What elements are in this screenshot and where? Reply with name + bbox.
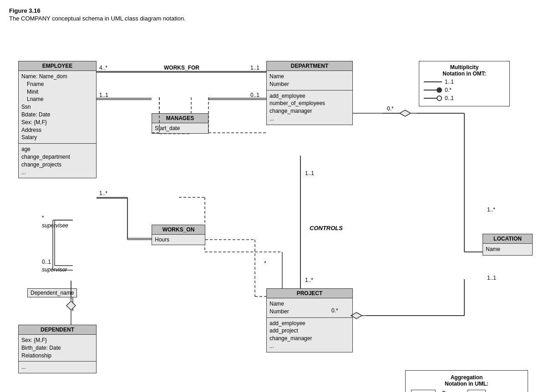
line-1-1	[424, 81, 442, 82]
employee-class-header: EMPLOYEE	[19, 61, 96, 71]
dependent-diamond	[66, 300, 75, 309]
label-supervisor: supervisor	[42, 266, 67, 273]
svg-marker-26	[66, 301, 76, 310]
method-age: age	[21, 146, 93, 153]
mult-controls-dept: 1..1	[305, 170, 314, 176]
multiplicity-notation-box: Multiplicity Notation in OMT: 1..1 0.*	[419, 61, 510, 106]
dept-method-add: add_employee	[269, 92, 350, 100]
works-for-label: WORKS_FOR	[164, 65, 199, 71]
dept-attr-name: Name	[269, 73, 350, 80]
mult-manages-dept: 0..1	[250, 92, 259, 98]
dep-method-etc: ...	[21, 363, 93, 371]
dot-filled-circle	[437, 87, 442, 93]
employee-methods: age change_department change_projects ..…	[19, 144, 96, 178]
attr-ssn: Ssn	[21, 103, 93, 111]
proj-method-add-proj: add_project	[269, 327, 350, 335]
label-0-star: 0.*	[445, 87, 452, 93]
mult-works-on-proj: *	[264, 260, 266, 266]
department-attributes: Name Number	[267, 71, 352, 90]
aggregation-title: Aggregation Notation in UML:	[411, 374, 522, 387]
dept-attr-number: Number	[269, 80, 350, 88]
line-0-star	[424, 87, 442, 93]
attr-sex: Sex: {M,F}	[21, 119, 93, 126]
figure-caption: The COMPANY conceptual schema in UML cla…	[9, 15, 540, 22]
manages-body: Start_date	[152, 123, 208, 133]
location-class: LOCATION Name	[483, 234, 533, 256]
manages-header: MANAGES	[152, 114, 208, 123]
attr-salary: Salary	[21, 134, 93, 141]
dept-method-change: change_manager	[269, 107, 350, 115]
mult-supervise-01: 0..1	[42, 259, 51, 265]
loc-attr-name: Name	[486, 246, 529, 253]
mult-manages-emp: 1..1	[99, 92, 108, 98]
project-attributes: Name Number	[267, 298, 352, 318]
mult-supervise-star: *	[42, 215, 44, 221]
employee-attributes: Name: Name_dom Fname Minit Lname Ssn Bda…	[19, 71, 96, 144]
works-on-attr-hours: Hours	[155, 236, 202, 243]
proj-attr-name: Name	[269, 300, 350, 308]
notation-row-1-1: 1..1	[424, 79, 505, 85]
figure-title: Figure 3.16	[9, 7, 540, 14]
project-class: PROJECT Name Number add_employee add_pro…	[266, 288, 353, 352]
manages-box: MANAGES Start_date	[152, 113, 208, 134]
attr-minit: Minit	[21, 88, 93, 96]
method-etc: ...	[21, 169, 93, 176]
department-class: DEPARTMENT Name Number add_employee numb…	[266, 61, 353, 125]
location-class-header: LOCATION	[483, 234, 532, 244]
label-supervisee: supervisee	[42, 222, 68, 229]
mult-location-11: 1..1	[487, 275, 496, 281]
line-0-1	[424, 95, 442, 101]
works-on-body: Hours	[152, 235, 205, 245]
dependent-class: DEPENDENT Sex: {M,F} Birth_date: Date Re…	[18, 325, 97, 373]
mult-proj-location: 0.*	[331, 307, 338, 314]
notation-title: Multiplicity Notation in OMT:	[424, 64, 505, 77]
mult-4-star: 4..*	[99, 65, 107, 71]
department-class-header: DEPARTMENT	[267, 61, 352, 71]
works-on-header: WORKS_ON	[152, 225, 205, 235]
label-1-1: 1..1	[445, 79, 454, 85]
label-0-1: 0..1	[445, 95, 454, 101]
manages-attr-startdate: Start_date	[155, 125, 205, 131]
aggregation-row: Whole Part	[411, 390, 522, 392]
dot-line-filled	[424, 90, 437, 90]
proj-method-etc: ...	[269, 342, 350, 350]
dept-method-etc: ...	[269, 115, 350, 123]
attr-name-dom: Name: Name_dom	[21, 73, 93, 80]
aggregation-notation-box: Aggregation Notation in UML: Whole Part	[405, 370, 528, 392]
aggregation-diamond	[437, 390, 450, 392]
notation-row-0-1: 0..1	[424, 95, 505, 101]
whole-label: Whole	[411, 390, 436, 392]
employee-class: EMPLOYEE Name: Name_dom Fname Minit Lnam…	[18, 61, 97, 178]
dependent-name-box: Dependent_name	[27, 288, 77, 297]
attr-bdate: Bdate: Date	[21, 111, 93, 119]
attr-address: Address	[21, 126, 93, 134]
mult-works-on-emp: 1..*	[99, 190, 107, 196]
attr-fname: Fname	[21, 80, 93, 88]
method-change-proj: change_projects	[21, 161, 93, 169]
project-methods: add_employee add_project change_manager …	[267, 318, 352, 352]
proj-method-add-emp: add_employee	[269, 320, 350, 327]
dept-method-num: number_of_employees	[269, 100, 350, 107]
department-methods: add_employee number_of_employees change_…	[267, 90, 352, 125]
proj-method-change: change_manager	[269, 335, 350, 342]
method-change-dept: change_department	[21, 153, 93, 161]
part-label: Part	[468, 390, 486, 392]
dot-open-circle	[437, 95, 442, 101]
mult-location-1star: 1..*	[487, 206, 495, 213]
mult-1-1-dept: 1..1	[250, 65, 259, 71]
notation-row-0-star: 0.*	[424, 87, 505, 93]
attr-lname: Lname	[21, 95, 93, 103]
mult-controls-proj: 1..*	[305, 277, 313, 283]
dep-attr-relationship: Relationship	[21, 352, 93, 360]
svg-marker-29	[400, 110, 411, 116]
dep-attr-sex: Sex: {M,F}	[21, 337, 93, 344]
controls-label: CONTROLS	[310, 225, 343, 231]
dot-line-open	[424, 98, 437, 99]
location-attributes: Name	[483, 244, 532, 255]
dependent-class-header: DEPENDENT	[19, 325, 96, 335]
dependent-methods: ...	[19, 362, 96, 373]
dependent-attributes: Sex: {M,F} Birth_date: Date Relationship	[19, 335, 96, 362]
project-class-header: PROJECT	[267, 289, 352, 298]
diagram-area: EMPLOYEE Name: Name_dom Fname Minit Lnam…	[9, 29, 540, 384]
dep-attr-birthdate: Birth_date: Date	[21, 344, 93, 352]
